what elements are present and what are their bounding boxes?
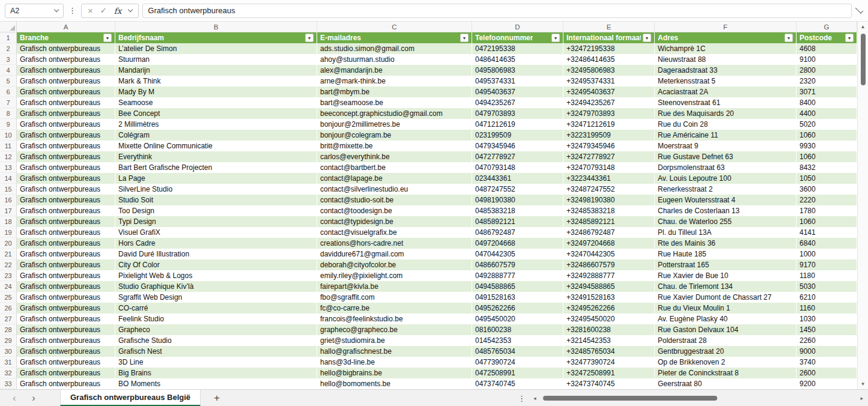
- cell[interactable]: Chau. de Waterloo 255: [655, 216, 797, 227]
- cell[interactable]: BO Moments: [115, 378, 317, 389]
- cell[interactable]: bart@seamoose.be: [317, 97, 472, 108]
- cell[interactable]: La Page: [115, 173, 317, 184]
- row-number[interactable]: 24: [0, 281, 17, 292]
- cell[interactable]: Av. Louis Lepoutre 100: [655, 173, 797, 184]
- cell[interactable]: 0470793148: [472, 162, 563, 173]
- cell[interactable]: +32495806983: [563, 65, 655, 76]
- row-number[interactable]: 32: [0, 368, 17, 378]
- cell[interactable]: Grafisch ontwerpbureaus: [17, 130, 115, 141]
- cell[interactable]: 1060: [797, 151, 857, 162]
- cell[interactable]: beeconcept.graphicstudio@gmail.com: [317, 108, 472, 119]
- cell[interactable]: +32486792487: [563, 227, 655, 238]
- cell[interactable]: ahoy@stuurman.studio: [317, 54, 472, 65]
- cell[interactable]: Pixielight Web & Logos: [115, 270, 317, 281]
- cell[interactable]: 0497204668: [472, 238, 563, 249]
- cell[interactable]: 3D Line: [115, 357, 317, 368]
- cell[interactable]: +32485892121: [563, 216, 655, 227]
- cell[interactable]: hello@bomoments.be: [317, 378, 472, 389]
- cell[interactable]: Dageraadstraat 33: [655, 65, 797, 76]
- cell[interactable]: contact@typidesign.be: [317, 216, 472, 227]
- cell[interactable]: 0485892121: [472, 216, 563, 227]
- cell[interactable]: +32473740745: [563, 378, 655, 389]
- cell[interactable]: +32472778927: [563, 151, 655, 162]
- cell[interactable]: 1000: [797, 249, 857, 259]
- cell[interactable]: 5020: [797, 119, 857, 130]
- cell[interactable]: 1160: [797, 303, 857, 314]
- cell[interactable]: Sgraffit Web Design: [115, 292, 317, 303]
- cell[interactable]: 1030: [797, 314, 857, 324]
- row-number[interactable]: 16: [0, 195, 17, 205]
- cell[interactable]: 4400: [797, 108, 857, 119]
- column-header-D[interactable]: D: [472, 22, 563, 32]
- header-cell[interactable]: Bedrijfsnaam▼: [115, 32, 317, 43]
- cell[interactable]: David Duré Illustration: [115, 249, 317, 259]
- cell[interactable]: Colégram: [115, 130, 317, 141]
- cell[interactable]: Grafisch ontwerpbureaus: [17, 324, 115, 335]
- cell[interactable]: +32477390724: [563, 357, 655, 368]
- tab-nav-next-icon[interactable]: ›: [26, 390, 41, 406]
- cell[interactable]: emily.riley@pixielight.com: [317, 270, 472, 281]
- cell[interactable]: 2600: [797, 368, 857, 378]
- cell[interactable]: Studio Soit: [115, 195, 317, 205]
- cell[interactable]: +32479703893: [563, 108, 655, 119]
- cell[interactable]: Grafisch ontwerpbureaus: [17, 249, 115, 259]
- row-number[interactable]: 22: [0, 259, 17, 270]
- cell[interactable]: +3223199509: [563, 130, 655, 141]
- cell[interactable]: Rue Haute 185: [655, 249, 797, 259]
- row-number[interactable]: 9: [0, 119, 17, 130]
- filter-button[interactable]: ▼: [305, 34, 314, 42]
- cell[interactable]: bonjour@2millimetres.be: [317, 119, 472, 130]
- row-number[interactable]: 21: [0, 249, 17, 259]
- cell[interactable]: 0472778927: [472, 151, 563, 162]
- cell[interactable]: 3740: [797, 357, 857, 368]
- cell[interactable]: Gentbruggestraat 20: [655, 346, 797, 357]
- row-number[interactable]: 33: [0, 378, 17, 389]
- cell[interactable]: Grafisch ontwerpbureaus: [17, 270, 115, 281]
- cell[interactable]: 0492888777: [472, 270, 563, 281]
- cell[interactable]: contact@lapage.be: [317, 173, 472, 184]
- cell[interactable]: Grafisch ontwerpbureaus: [17, 119, 115, 130]
- cell[interactable]: Grafisch ontwerpbureaus: [17, 97, 115, 108]
- cell[interactable]: +32472508991: [563, 368, 655, 378]
- cell[interactable]: 4141: [797, 227, 857, 238]
- cell[interactable]: fairepart@kivla.be: [317, 281, 472, 292]
- formula-input[interactable]: Grafisch ontwerpbureaus: [142, 4, 852, 18]
- cell[interactable]: 0495374331: [472, 76, 563, 86]
- cell[interactable]: Grapheco: [115, 324, 317, 335]
- cell[interactable]: hello@bigbrains.be: [317, 368, 472, 378]
- cell[interactable]: contact@bartbert.be: [317, 162, 472, 173]
- cell[interactable]: griet@studiomira.be: [317, 335, 472, 346]
- cell[interactable]: Mandarijn: [115, 65, 317, 76]
- cell[interactable]: Grafisch ontwerpbureaus: [17, 195, 115, 205]
- column-header-A[interactable]: A: [17, 22, 115, 32]
- row-number[interactable]: 6: [0, 86, 17, 97]
- cell[interactable]: Moerstraat 9: [655, 141, 797, 151]
- cell[interactable]: Studio Graphique Kiv’là: [115, 281, 317, 292]
- cell[interactable]: 1180: [797, 270, 857, 281]
- cell[interactable]: alex@mandarijn.be: [317, 65, 472, 76]
- row-number[interactable]: 18: [0, 216, 17, 227]
- cell[interactable]: Grafisch ontwerpbureaus: [17, 216, 115, 227]
- cell[interactable]: Geerstraat 80: [655, 378, 797, 389]
- cell[interactable]: +32497204668: [563, 238, 655, 249]
- cell[interactable]: +32487247552: [563, 184, 655, 195]
- cell[interactable]: +32495403637: [563, 86, 655, 97]
- cell[interactable]: francois@feelinkstudio.be: [317, 314, 472, 324]
- cell[interactable]: Hors Cadre: [115, 238, 317, 249]
- cell[interactable]: carlos@everythink.be: [317, 151, 472, 162]
- cell[interactable]: Grafisch ontwerpbureaus: [17, 65, 115, 76]
- cell[interactable]: 6840: [797, 238, 857, 249]
- cell[interactable]: Rue Américaine 11: [655, 130, 797, 141]
- cell[interactable]: Meterkensstraat 5: [655, 76, 797, 86]
- cell[interactable]: 0477390724: [472, 357, 563, 368]
- cell[interactable]: 0470442305: [472, 249, 563, 259]
- cell[interactable]: deborah@cityofcolor.be: [317, 259, 472, 270]
- cell[interactable]: +32479345946: [563, 141, 655, 151]
- cell[interactable]: Mixette Online Communicatie: [115, 141, 317, 151]
- cell[interactable]: 014542353: [472, 335, 563, 346]
- cell[interactable]: Grafisch ontwerpbureaus: [17, 259, 115, 270]
- cell[interactable]: 0472508991: [472, 368, 563, 378]
- cell[interactable]: Rue du Coin 28: [655, 119, 797, 130]
- cell[interactable]: Big Brains: [115, 368, 317, 378]
- cell[interactable]: 0479345946: [472, 141, 563, 151]
